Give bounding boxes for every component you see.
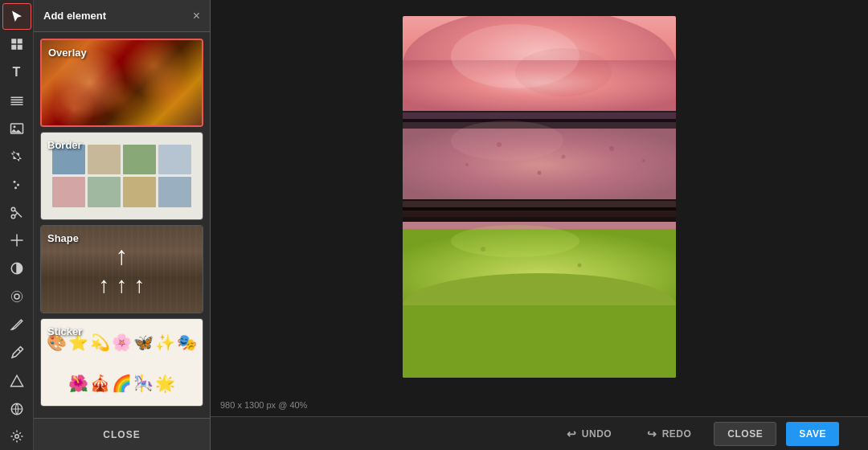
toolbar-triangle-icon[interactable] bbox=[2, 367, 31, 394]
image-canvas bbox=[403, 16, 676, 378]
sticker-item[interactable]: 🎨⭐💫🌸 🦋✨🎭🌺 🎪🌈🎠🌟 Sticker bbox=[40, 318, 203, 407]
toolbar-settings-icon[interactable] bbox=[2, 423, 31, 450]
toolbar-globe-icon[interactable] bbox=[2, 395, 31, 422]
svg-point-33 bbox=[609, 146, 614, 151]
shape-preview: ↑ ↑ ↑ ↑ bbox=[99, 241, 145, 298]
panel-items-list: Overlay Border bbox=[34, 32, 210, 418]
svg-rect-47 bbox=[403, 305, 676, 378]
panel-footer-label: CLOSE bbox=[103, 429, 140, 440]
svg-point-8 bbox=[14, 186, 17, 189]
svg-point-7 bbox=[17, 183, 19, 186]
toolbar-crop-icon[interactable] bbox=[2, 143, 31, 170]
undo-icon: ↩ bbox=[567, 428, 577, 440]
canvas-viewport bbox=[211, 0, 868, 394]
redo-label: REDO bbox=[662, 428, 692, 440]
border-label: Border bbox=[47, 139, 82, 151]
toolbar-layers-icon[interactable] bbox=[2, 31, 31, 58]
panel-close-button[interactable]: × bbox=[193, 10, 200, 22]
toolbar-adjust-icon[interactable] bbox=[2, 171, 31, 198]
canvas-area: 980 x 1300 px @ 40% ↩ UNDO ↪ REDO CLOSE … bbox=[211, 0, 868, 450]
svg-point-34 bbox=[538, 171, 542, 175]
toolbar-align-icon[interactable] bbox=[2, 227, 31, 254]
svg-line-18 bbox=[18, 349, 20, 351]
svg-point-35 bbox=[642, 159, 645, 162]
svg-point-31 bbox=[562, 155, 566, 159]
svg-point-16 bbox=[14, 294, 19, 299]
panel-header: Add element × bbox=[34, 0, 210, 32]
macaron-svg bbox=[403, 16, 676, 378]
svg-line-12 bbox=[14, 213, 18, 216]
svg-point-45 bbox=[451, 225, 579, 257]
canvas-status-text: 980 x 1300 px @ 40% bbox=[220, 400, 307, 410]
toolbar-pen-icon[interactable] bbox=[2, 339, 31, 366]
svg-point-20 bbox=[14, 435, 18, 439]
overlay-label: Overlay bbox=[48, 47, 87, 59]
add-element-panel: Add element × Overlay Bo bbox=[34, 0, 211, 450]
canvas-status-bar: 980 x 1300 px @ 40% bbox=[211, 394, 868, 416]
svg-point-32 bbox=[465, 163, 469, 166]
panel-footer-close-button[interactable]: CLOSE bbox=[34, 418, 210, 450]
overlay-item[interactable]: Overlay bbox=[40, 39, 203, 127]
bottom-bar: ↩ UNDO ↪ REDO CLOSE SAVE bbox=[211, 416, 868, 450]
redo-button[interactable]: ↪ REDO bbox=[634, 422, 704, 446]
redo-icon: ↪ bbox=[647, 428, 657, 440]
svg-rect-40 bbox=[403, 211, 676, 217]
svg-point-17 bbox=[11, 291, 23, 302]
svg-point-24 bbox=[515, 48, 612, 96]
svg-point-43 bbox=[578, 264, 582, 268]
svg-rect-38 bbox=[403, 201, 676, 207]
svg-rect-1 bbox=[17, 39, 22, 44]
toolbar-pattern-icon[interactable] bbox=[2, 88, 31, 114]
save-label: SAVE bbox=[799, 428, 826, 440]
svg-rect-3 bbox=[17, 45, 22, 50]
svg-rect-26 bbox=[403, 112, 676, 119]
toolbar-select-icon[interactable] bbox=[2, 3, 31, 30]
border-item[interactable]: Border bbox=[40, 132, 203, 220]
svg-point-5 bbox=[13, 125, 15, 128]
svg-rect-0 bbox=[11, 39, 16, 44]
toolbar-eraser-icon[interactable] bbox=[2, 312, 31, 338]
sticker-label: Sticker bbox=[47, 325, 82, 338]
shape-item[interactable]: ↑ ↑ ↑ ↑ Shape bbox=[40, 225, 203, 313]
toolbar-contrast-icon[interactable] bbox=[2, 256, 31, 282]
close-label: CLOSE bbox=[727, 428, 763, 440]
toolbar-text-icon[interactable]: T bbox=[2, 59, 31, 86]
shape-label: Shape bbox=[47, 232, 79, 244]
svg-point-6 bbox=[13, 181, 15, 183]
panel-title: Add element bbox=[43, 10, 106, 22]
svg-point-36 bbox=[451, 121, 563, 161]
toolbar-effects-icon[interactable] bbox=[2, 284, 31, 310]
save-button[interactable]: SAVE bbox=[786, 422, 839, 446]
toolbar-cut-icon[interactable] bbox=[2, 199, 31, 226]
undo-button[interactable]: ↩ UNDO bbox=[554, 422, 624, 446]
left-toolbar: T bbox=[0, 0, 34, 450]
close-button[interactable]: CLOSE bbox=[714, 422, 776, 446]
toolbar-image-icon[interactable] bbox=[2, 116, 31, 142]
svg-rect-2 bbox=[11, 45, 16, 50]
undo-label: UNDO bbox=[582, 428, 612, 440]
